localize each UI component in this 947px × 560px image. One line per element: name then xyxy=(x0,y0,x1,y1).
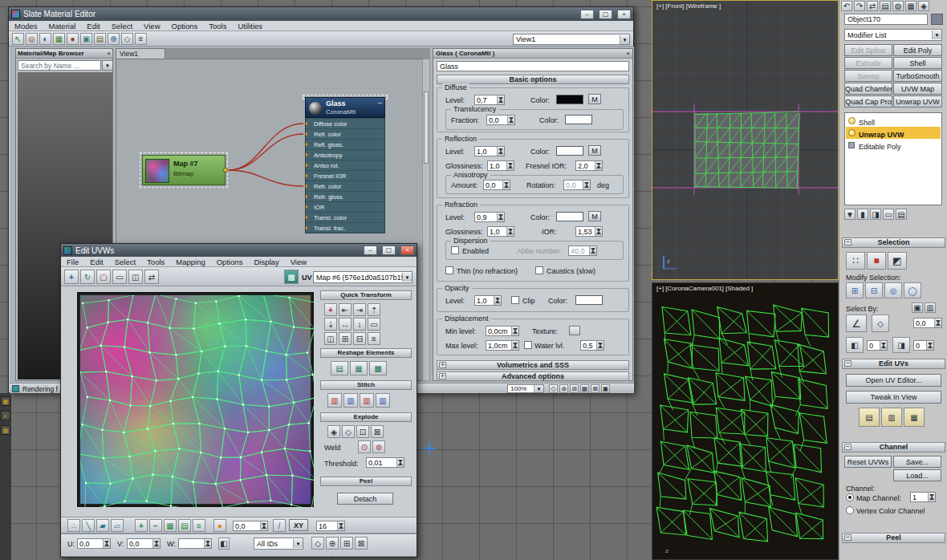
menu-select[interactable]: Select xyxy=(109,258,141,266)
displacement-texture-button[interactable] xyxy=(569,326,580,335)
explode-faces-icon[interactable]: ⊠ xyxy=(371,425,384,438)
input-socket[interactable] xyxy=(306,173,308,178)
relax-until-flat-icon[interactable]: ▦ xyxy=(350,361,368,375)
slot-refr-gloss[interactable]: Refr. gloss. xyxy=(306,191,384,201)
reflection-gloss-spinner[interactable]: 1,0 xyxy=(487,160,514,171)
element-submode-icon[interactable]: ▱ xyxy=(111,519,124,532)
menu-edit[interactable]: Edit xyxy=(84,258,108,266)
pan-to-selected-icon[interactable]: ▣ xyxy=(601,384,610,393)
rollout-channel[interactable]: − Channel xyxy=(842,442,945,452)
fraction-spinner[interactable]: 0,0 xyxy=(486,115,515,125)
dock-tool-icon[interactable]: ▦ xyxy=(1,425,10,435)
collapse-icon[interactable]: − xyxy=(844,239,851,246)
reflection-map-button[interactable]: M xyxy=(588,145,601,156)
rollout-peel[interactable]: Peel xyxy=(320,477,412,486)
input-socket[interactable] xyxy=(306,132,308,136)
align-right-icon[interactable]: ⇥ xyxy=(353,303,366,316)
relax-icon[interactable]: ▩ xyxy=(369,361,387,375)
curve-editor-icon[interactable]: ◈ xyxy=(918,1,929,11)
material-name-field[interactable] xyxy=(437,61,629,71)
render-uv-template-icon[interactable]: ▦ xyxy=(904,408,925,427)
select-smgroup-icon[interactable]: ◨ xyxy=(892,337,910,353)
node-view-vscrollbar[interactable] xyxy=(422,59,430,381)
diffuse-color-swatch[interactable] xyxy=(556,95,583,104)
close-icon[interactable]: × xyxy=(617,10,631,19)
zoom-extents-icon[interactable]: ⊠ xyxy=(355,537,368,550)
modifier-button-sweep[interactable]: Sweep xyxy=(844,70,892,82)
planar-angle-icon[interactable]: ∠ xyxy=(846,314,867,332)
uvw-titlebar[interactable]: Edit UVWs – ▢ × xyxy=(61,244,417,257)
menu-options[interactable]: Options xyxy=(166,22,204,30)
space-horizontal-icon[interactable]: ◫ xyxy=(324,332,337,345)
menu-tools[interactable]: Tools xyxy=(141,258,170,266)
viewport-front[interactable]: [+] [Front] [Wireframe ] z xyxy=(652,0,839,280)
move-gizmo-icon[interactable] xyxy=(423,442,436,455)
ior-spinner[interactable]: 1,53 xyxy=(575,226,603,237)
water-level-checkbox[interactable] xyxy=(524,341,532,349)
modifier-button-uvw-map[interactable]: UVW Map xyxy=(893,83,942,95)
show-shaded-icon[interactable]: ● xyxy=(67,33,79,45)
opacity-color-swatch[interactable] xyxy=(575,295,603,305)
freeform-icon[interactable]: ▭ xyxy=(112,270,127,284)
angle-spinner[interactable]: 0,0 xyxy=(233,521,268,531)
planar-angle-spinner[interactable]: 0,0 xyxy=(913,318,942,328)
menu-edit[interactable]: Edit xyxy=(81,22,105,30)
flip-icon[interactable]: ⇄ xyxy=(144,270,159,284)
collapse-icon[interactable]: − xyxy=(844,360,851,367)
layer-icon[interactable]: ▤ xyxy=(880,1,891,11)
slot-transl-frac[interactable]: Transl. frac. xyxy=(306,222,384,233)
minimize-icon[interactable]: – xyxy=(580,10,594,19)
reflection-level-spinner[interactable]: 1,0 xyxy=(474,146,505,156)
rollout-volumetrics[interactable]: + Volumetrics and SSS xyxy=(437,360,629,370)
slot-fresnel-ior[interactable]: Fresnel IOR xyxy=(306,170,384,181)
open-uv-editor-button[interactable]: Open UV Editor... xyxy=(846,374,941,387)
dock-tool-icon[interactable]: ▣ xyxy=(1,396,10,406)
max-level-spinner[interactable]: 1,0cm xyxy=(486,340,519,351)
rollout-peel[interactable]: − Peel xyxy=(842,533,945,543)
stack-item-shell[interactable]: Shell xyxy=(846,115,941,127)
zoom-icon[interactable]: ⊕ xyxy=(559,384,568,393)
collapse-icon[interactable]: − xyxy=(844,534,851,541)
quick-planar-map-icon[interactable]: ▤ xyxy=(859,408,880,427)
grow-selection-icon[interactable]: ⊞ xyxy=(846,282,864,298)
modifier-button-quad-chamfer[interactable]: Quad Chamfer xyxy=(844,83,892,95)
stack-item-editable-poly[interactable]: Editable Poly xyxy=(846,139,941,151)
element-mode-icon[interactable]: ◩ xyxy=(888,252,907,270)
menu-select[interactable]: Select xyxy=(106,22,138,30)
loop-uv-icon[interactable]: ▦ xyxy=(164,519,177,532)
input-socket[interactable] xyxy=(306,215,308,220)
align-icon[interactable]: ▦ xyxy=(905,1,917,11)
rollout-advanced[interactable]: + Advanced options xyxy=(437,371,629,381)
close-icon[interactable]: × xyxy=(107,50,111,57)
matid-spinner[interactable]: 0 xyxy=(867,340,888,351)
stitch-custom-icon[interactable]: ▥ xyxy=(327,393,342,408)
zoom-selected-icon[interactable]: ⊠ xyxy=(591,384,599,393)
edge-submode-icon[interactable]: ╲ xyxy=(82,519,95,532)
v-spinner[interactable]: 0,0 xyxy=(127,538,161,549)
select-matid-icon[interactable]: ◧ xyxy=(846,337,864,353)
vertex-submode-icon[interactable]: ∴ xyxy=(67,519,80,532)
lock-selection-icon[interactable]: ◧ xyxy=(218,538,230,550)
maximize-icon[interactable]: ▢ xyxy=(599,10,612,19)
reflection-color-swatch[interactable] xyxy=(556,146,583,156)
align-left-icon[interactable]: ⇤ xyxy=(339,303,352,316)
mirror-icon[interactable]: ◍ xyxy=(892,1,904,11)
pick-material-icon[interactable]: ◎ xyxy=(26,33,38,45)
straighten-icon[interactable]: ≡ xyxy=(368,332,380,345)
input-socket[interactable] xyxy=(306,163,308,168)
output-socket[interactable] xyxy=(223,168,228,172)
break-icon[interactable]: ⊡ xyxy=(356,425,369,438)
minimize-icon[interactable]: – xyxy=(364,246,377,255)
w-spinner[interactable] xyxy=(178,538,212,549)
viewport-front-label[interactable]: [+] [Front] [Wireframe ] xyxy=(656,2,721,10)
rotate-icon[interactable]: ↻ xyxy=(80,270,95,284)
stitch-to-source-icon[interactable]: ▥ xyxy=(360,393,374,408)
view-selector-dropdown[interactable]: View1▾ xyxy=(513,34,630,45)
reset-uvws-button[interactable]: Reset UVWs xyxy=(844,456,892,468)
select-tool-icon[interactable]: ↖ xyxy=(12,33,24,45)
edit-uvws-window[interactable]: Edit UVWs – ▢ × File Edit Select Tools M… xyxy=(60,243,417,558)
zoom-extents-icon[interactable]: ▦ xyxy=(580,384,589,393)
show-grid-icon[interactable]: ▦ xyxy=(53,33,65,45)
space-vertical-icon[interactable]: ⊞ xyxy=(339,332,352,345)
zoom-icon[interactable]: ⊕ xyxy=(326,537,339,550)
